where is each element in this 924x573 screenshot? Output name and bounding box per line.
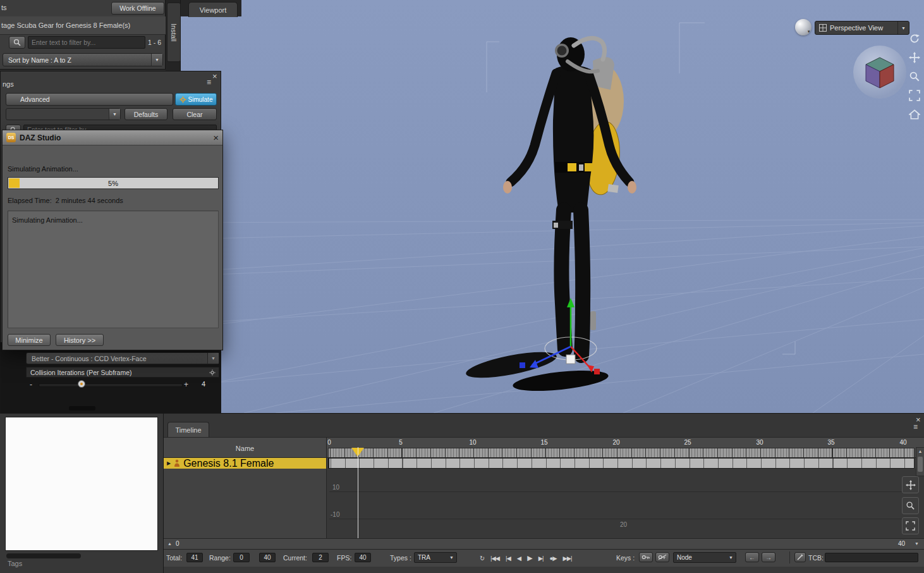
grid-view-icon (819, 24, 827, 32)
scroll-range-end: 40 (898, 540, 905, 547)
scroll-right-arrow-icon[interactable]: ▼ (915, 541, 919, 546)
search-button[interactable] (9, 36, 25, 49)
pane-close-icon[interactable]: × (212, 71, 217, 81)
tab-advanced[interactable]: Advanced (6, 93, 173, 106)
graph-area[interactable]: 10 -10 20 (327, 469, 924, 538)
timeline-options-icon[interactable]: ≡ (913, 424, 918, 430)
view-cube-faces[interactable] (860, 52, 899, 92)
content-panel: ts Work Offline tage Scuba Gear for Gene… (0, 0, 166, 70)
expand-arrow-icon[interactable]: ▶ (167, 460, 171, 466)
pan-icon[interactable] (909, 52, 920, 63)
dialog-title-bar[interactable]: DS DAZ Studio × (3, 130, 222, 145)
viewport-scene (181, 0, 924, 413)
tab-install[interactable]: Install (167, 3, 181, 62)
range-start-field[interactable]: 0 (233, 553, 250, 562)
viewport-3d[interactable]: Viewport ▾ Perspective View ▼ (181, 0, 924, 413)
scroll-left-arrow-icon[interactable]: ▲ (167, 541, 172, 546)
frame-icon (906, 521, 915, 531)
view-selector-dropdown[interactable]: Perspective View ▼ (815, 21, 909, 35)
timeline-pan-button[interactable] (902, 476, 919, 493)
record-button[interactable]: ●▶ (549, 555, 556, 562)
horizontal-scrollbar-thumb[interactable] (6, 553, 81, 558)
loop-button[interactable]: ↻ (480, 555, 484, 562)
zoom-icon[interactable] (909, 71, 920, 82)
history-button[interactable]: History >> (56, 334, 104, 346)
ruler-tick-label: 0 (327, 439, 331, 446)
content-preview-area[interactable] (5, 417, 158, 551)
next-key-nav-button[interactable]: → (762, 552, 775, 562)
fps-field[interactable]: 40 (355, 553, 371, 562)
elapsed-time-text: Elapsed Time: 2 minutes 44 seconds (8, 197, 123, 204)
timeline-scroll-row[interactable]: ▲ 0 40 ▼ (164, 538, 924, 549)
orbit-icon[interactable] (909, 33, 920, 44)
tab-viewport[interactable]: Viewport (188, 2, 238, 17)
dialog-close-icon[interactable]: × (213, 133, 219, 142)
range-start-value: 0 (240, 554, 243, 561)
sort-dropdown[interactable]: Sort by Name : A to Z ▼ (3, 53, 163, 66)
defaults-button[interactable]: Defaults (125, 108, 167, 120)
viewport-tab-label: Viewport (200, 6, 227, 14)
tcb-field[interactable] (825, 553, 918, 562)
sim-preset-dropdown[interactable]: ▼ (6, 108, 121, 120)
collision-mode-dropdown[interactable]: Better - Continuous : CCD Vertex-Face ▼ (26, 352, 219, 364)
timeline-body: 10 -10 20 (164, 469, 924, 538)
figure-node-icon (173, 459, 181, 467)
pane-scroll-nub[interactable] (69, 406, 95, 410)
node-arrow-icon: ▼ (726, 555, 736, 560)
dialog-log-area[interactable]: Simulating Animation... (8, 211, 219, 328)
tab-timeline[interactable]: Timeline (167, 422, 209, 438)
total-label: Total: (166, 554, 182, 562)
current-frame-field[interactable]: 2 (312, 553, 329, 562)
scrollbar-thumb[interactable] (918, 457, 923, 472)
clear-label: Clear (186, 111, 202, 118)
range-end-field[interactable]: 40 (259, 553, 276, 562)
pencil-icon (797, 554, 803, 560)
node-dropdown[interactable]: Node ▼ (673, 552, 736, 563)
ruler-tick-band[interactable] (328, 448, 915, 458)
edit-interpolation-button[interactable] (794, 552, 806, 562)
slider-track[interactable] (39, 383, 183, 387)
bottom-left-panel: Tags (0, 413, 163, 573)
timeline-zoom-button[interactable] (902, 497, 919, 514)
add-key-button[interactable] (639, 552, 653, 562)
delete-key-button[interactable] (655, 552, 669, 562)
step-forward-button[interactable]: ▶| (538, 555, 544, 562)
search-icon (13, 39, 21, 46)
view-cube[interactable] (853, 46, 906, 99)
slider-plus-button[interactable]: + (184, 380, 188, 389)
track-row-genesis[interactable]: ▶ Genesis 8.1 Female (164, 458, 924, 469)
play-button[interactable]: ▶ (527, 554, 532, 562)
parameter-gear-icon[interactable] (209, 369, 216, 376)
step-back-button[interactable]: ◀ (517, 555, 521, 562)
simulate-button[interactable]: Simulate (175, 93, 217, 106)
go-to-start-button[interactable]: |◀◀ (490, 555, 499, 562)
progress-bar-label: 5% (8, 178, 218, 188)
minimize-button[interactable]: Minimize (8, 334, 51, 346)
work-offline-label: Work Offline (119, 4, 155, 12)
timeline-vertical-scrollbar[interactable]: ▲ (916, 447, 924, 476)
clear-button[interactable]: Clear (173, 108, 217, 120)
previous-key-nav-button[interactable]: ← (745, 552, 759, 562)
content-filter-input[interactable] (28, 36, 145, 49)
frame-icon[interactable] (909, 90, 920, 101)
slider-minus-button[interactable]: - (30, 380, 32, 389)
scroll-up-icon[interactable]: ▲ (916, 448, 924, 455)
previous-keyframe-button[interactable]: |◀ (506, 555, 511, 562)
track-name-cell[interactable]: ▶ Genesis 8.1 Female (164, 458, 327, 469)
timeline-frame-button[interactable] (902, 517, 919, 534)
daz-logo-text: DS (8, 135, 15, 140)
go-to-end-button[interactable]: ▶▶| (562, 555, 571, 562)
total-frames-field[interactable]: 41 (186, 553, 203, 562)
types-dropdown[interactable]: TRA ▼ (414, 552, 457, 563)
keyframe-track-band[interactable] (328, 458, 915, 469)
control-bar-divider (789, 551, 790, 564)
pane-options-icon[interactable]: ≡ (207, 79, 211, 85)
home-view-icon[interactable] (909, 109, 920, 120)
draw-style-dropdown-arrow-icon[interactable]: ▾ (808, 29, 810, 34)
ruler-numbers: 0 5 10 15 20 25 30 35 40 (164, 439, 924, 447)
scuba-diver-figure (464, 37, 636, 395)
slider-thumb[interactable] (78, 380, 85, 388)
pane-tab-truncated-label: ngs (3, 80, 14, 88)
key-delete-icon (658, 554, 667, 560)
work-offline-button[interactable]: Work Offline (111, 2, 164, 15)
